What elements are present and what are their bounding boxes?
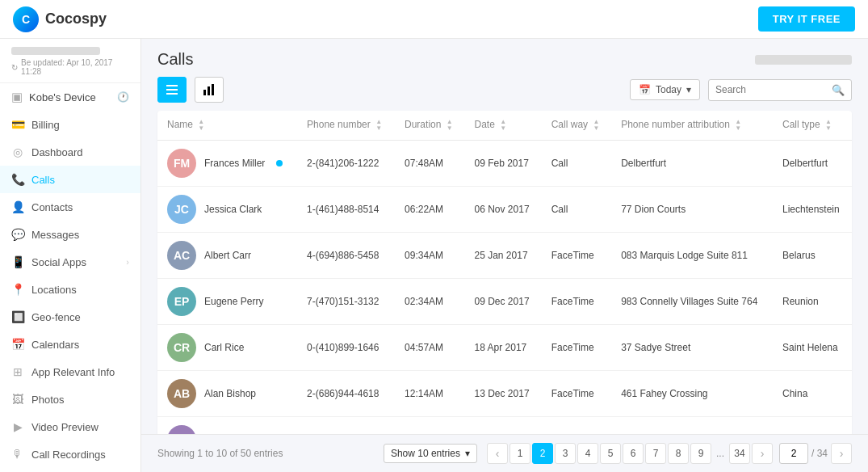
- sidebar-item-app-relevant[interactable]: ⊞ App Relevant Info: [0, 358, 140, 386]
- logo-icon: C: [13, 6, 39, 32]
- table-wrapper: Name ▲▼Phone number ▲▼Duration ▲▼Date ▲▼…: [141, 111, 868, 434]
- sidebar-item-locations[interactable]: 📍 Locations: [0, 276, 140, 303]
- cell-call-type: Reunion: [773, 279, 852, 325]
- sidebar-icon-contacts: 👤: [11, 200, 24, 213]
- sidebar-item-geo-fence[interactable]: 🔲 Geo-fence: [0, 303, 140, 331]
- avatar: FM: [167, 149, 196, 178]
- svg-rect-2: [166, 93, 178, 95]
- avatar: DJ: [167, 425, 196, 434]
- cell-attribution: 983 Connelly Villages Suite 764: [611, 279, 773, 325]
- sort-icon: ▲▼: [500, 119, 506, 132]
- cell-date: 09 Feb 2017: [465, 141, 542, 187]
- sidebar: ↻ Be updated: Apr 10, 2017 11:28 ▣ Kobe'…: [0, 39, 141, 472]
- cell-duration: 07:48AM: [395, 141, 464, 187]
- calendar-icon: 📅: [639, 84, 651, 95]
- sidebar-item-photos[interactable]: 🖼 Photos: [0, 386, 140, 413]
- cell-phone: 5-(385)766-6905: [297, 417, 395, 435]
- sidebar-label-contacts: Contacts: [31, 201, 73, 213]
- sidebar-item-video-preview[interactable]: ▶ Video Preview: [0, 413, 140, 440]
- page-4-button[interactable]: 4: [577, 443, 598, 464]
- main-header: Calls: [141, 39, 868, 69]
- prev-page-button[interactable]: ‹: [487, 443, 508, 464]
- logo-text: Cocospy: [45, 11, 107, 27]
- cell-duration: 09:44AM: [395, 417, 464, 435]
- page-6-button[interactable]: 6: [623, 443, 644, 464]
- col-phone-number-attribution[interactable]: Phone number attribution ▲▼: [611, 111, 773, 141]
- sort-icon: ▲▼: [375, 119, 382, 132]
- sort-icon: ▲▼: [198, 119, 204, 132]
- sidebar-item-social-apps[interactable]: 📱 Social Apps ›: [0, 248, 140, 276]
- page-1-button[interactable]: 1: [509, 443, 530, 464]
- sort-icon: ▲▼: [735, 119, 741, 132]
- page-title: Calls: [157, 50, 193, 69]
- search-icon: 🔍: [832, 84, 845, 96]
- cell-name: EP Eugene Perry: [157, 279, 297, 325]
- per-page-chevron: ▾: [465, 448, 470, 459]
- cell-date: 09 Dec 2017: [465, 279, 542, 325]
- cell-date: 28 Aug 2017: [465, 417, 542, 435]
- cell-duration: 04:57AM: [395, 325, 464, 371]
- avatar: CR: [167, 333, 196, 362]
- sidebar-label-dashboard: Dashboard: [31, 146, 83, 158]
- sidebar-item-messages[interactable]: 💬 Messages: [0, 221, 140, 248]
- page-3-button[interactable]: 3: [555, 443, 576, 464]
- search-input[interactable]: [715, 84, 828, 95]
- device-name[interactable]: ▣ Kobe's Device 🕐: [0, 83, 140, 111]
- top-nav: C Cocospy TRY IT FREE: [0, 0, 868, 39]
- sidebar-label-messages: Messages: [31, 229, 79, 241]
- go-to-page-button[interactable]: ›: [831, 443, 852, 464]
- sidebar-item-calendars[interactable]: 📅 Calendars: [0, 331, 140, 358]
- device-clock-icon: 🕐: [117, 91, 129, 103]
- sidebar-item-dashboard[interactable]: ◎ Dashboard: [0, 138, 140, 166]
- cell-attribution: Delbertfurt: [611, 141, 773, 187]
- col-name[interactable]: Name ▲▼: [157, 111, 297, 141]
- sidebar-item-calls[interactable]: 📞 Calls: [0, 166, 140, 193]
- page-9-button[interactable]: 9: [690, 443, 711, 464]
- cell-duration: 06:22AM: [395, 187, 464, 233]
- col-phone-number[interactable]: Phone number ▲▼: [297, 111, 395, 141]
- sidebar-item-billing[interactable]: 💳 Billing: [0, 111, 140, 138]
- last-updated: ↻ Be updated: Apr 10, 2017 11:28: [11, 58, 129, 76]
- per-page-select[interactable]: Show 10 entries ▾: [384, 444, 477, 463]
- avatar: EP: [167, 287, 196, 316]
- sidebar-label-social-apps: Social Apps: [31, 256, 86, 268]
- sidebar-item-contacts[interactable]: 👤 Contacts: [0, 193, 140, 221]
- sidebar-label-call-recordings: Call Recordings: [31, 449, 106, 461]
- table-row: JC Jessica Clark 1-(461)488-8514 06:22AM…: [157, 187, 852, 233]
- chart-view-button[interactable]: [195, 77, 224, 103]
- chevron-down-icon: ▾: [686, 84, 691, 95]
- col-call-way[interactable]: Call way ▲▼: [542, 111, 611, 141]
- sidebar-icon-dashboard: ◎: [11, 145, 24, 158]
- col-duration[interactable]: Duration ▲▼: [395, 111, 464, 141]
- device-icon: ▣: [11, 90, 23, 104]
- last-page-button[interactable]: 34: [729, 443, 750, 464]
- sidebar-label-geo-fence: Geo-fence: [31, 311, 81, 323]
- sidebar-icon-social-apps: 📱: [11, 255, 24, 268]
- logo: C Cocospy: [13, 6, 107, 32]
- table-row: AB Alan Bishop 2-(686)944-4618 12:14AM 1…: [157, 371, 852, 417]
- sidebar-item-record-surround[interactable]: ⊙ Record Surround: [0, 468, 140, 472]
- sort-icon: ▲▼: [593, 119, 599, 132]
- sidebar-icon-calendars: 📅: [11, 338, 24, 351]
- cell-attribution: 461 Fahey Crossing: [611, 371, 773, 417]
- sidebar-label-billing: Billing: [31, 119, 60, 131]
- cell-date: 13 Dec 2017: [465, 371, 542, 417]
- try-free-button[interactable]: TRY IT FREE: [758, 6, 855, 32]
- page-8-button[interactable]: 8: [668, 443, 689, 464]
- sidebar-icon-billing: 💳: [11, 118, 24, 131]
- page-7-button[interactable]: 7: [645, 443, 666, 464]
- col-date[interactable]: Date ▲▼: [465, 111, 542, 141]
- page-2-button[interactable]: 2: [532, 443, 553, 464]
- page-5-button[interactable]: 5: [600, 443, 621, 464]
- col-call-type[interactable]: Call type ▲▼: [773, 111, 852, 141]
- cell-call-type: Saint Helena: [773, 325, 852, 371]
- name-badge: [276, 160, 283, 166]
- list-view-button[interactable]: [157, 77, 187, 103]
- page-input[interactable]: [779, 443, 808, 464]
- table-header: Name ▲▼Phone number ▲▼Duration ▲▼Date ▲▼…: [157, 111, 852, 141]
- sidebar-item-call-recordings[interactable]: 🎙 Call Recordings: [0, 440, 140, 468]
- next-page-button[interactable]: ›: [752, 443, 773, 464]
- cell-duration: 09:34AM: [395, 233, 464, 279]
- cell-call-type: Malta: [773, 417, 852, 435]
- date-filter[interactable]: 📅 Today ▾: [630, 79, 700, 100]
